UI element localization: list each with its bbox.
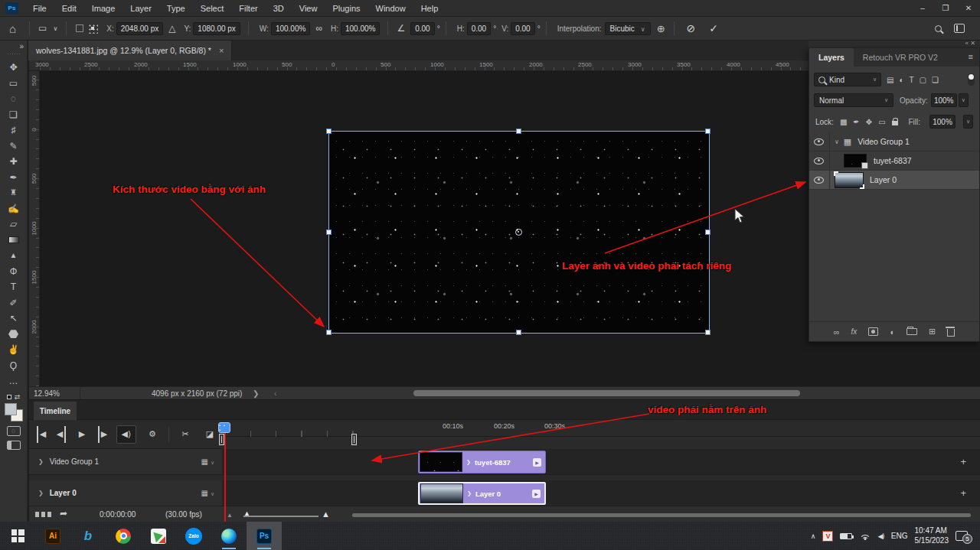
filter-type-layers-icon[interactable]: T <box>910 76 914 84</box>
timeline-zoom-slider[interactable] <box>243 516 318 517</box>
taskbar-bing[interactable]: b <box>70 522 106 550</box>
y-position-field[interactable]: 1080.00 px <box>193 22 240 35</box>
visibility-eye-icon[interactable] <box>814 138 824 145</box>
layer-effects-icon[interactable]: fx <box>851 327 858 336</box>
transform-handle-mid-left[interactable] <box>326 229 332 235</box>
render-export-icon[interactable]: ➦ <box>60 508 67 519</box>
layer-row-layer-0[interactable]: Layer 0 <box>809 171 979 190</box>
language-indicator[interactable]: ENG <box>891 532 908 540</box>
move-tool[interactable]: ✥ <box>4 60 24 76</box>
x-position-field[interactable]: 2048.00 px <box>116 22 164 35</box>
menu-layer[interactable]: Layer <box>122 0 159 17</box>
blend-mode-select[interactable]: Normal ∨ <box>814 93 893 107</box>
workspace-switcher-icon[interactable] <box>954 24 965 33</box>
home-icon[interactable]: ⌂ <box>9 22 16 35</box>
taskbar-photoshop[interactable]: Ps <box>247 522 282 550</box>
eraser-tool[interactable]: ▱ <box>4 216 24 233</box>
taskbar-media-player[interactable] <box>141 522 176 550</box>
layer-thumbnail[interactable] <box>835 172 864 188</box>
layer-name[interactable]: tuyet-6837 <box>874 156 912 165</box>
tool-preset-caret-icon[interactable]: ∨ <box>53 25 57 32</box>
taskbar-illustrator[interactable]: Ai <box>35 522 70 550</box>
opacity-value[interactable]: 100% <box>931 93 957 107</box>
history-brush-tool[interactable]: ✍ <box>4 201 24 217</box>
tray-v-app-icon[interactable]: V <box>822 531 833 542</box>
timeline-settings-gear-icon[interactable]: ⚙ <box>144 426 161 443</box>
chevron-right-icon[interactable]: ❯ <box>467 490 472 496</box>
panel-menu-icon[interactable]: ≡ <box>969 48 979 67</box>
taskbar-zalo[interactable]: Zalo <box>176 522 211 550</box>
type-tool[interactable]: T <box>4 279 24 295</box>
healing-brush-tool[interactable]: ✚ <box>4 154 24 170</box>
filter-smart-objects-icon[interactable]: ❏ <box>932 76 939 84</box>
add-layer-mask-icon[interactable] <box>868 327 878 336</box>
track-header[interactable]: ❯ Video Group 1 ▦∨ <box>29 449 222 475</box>
chevron-right-icon[interactable]: ❯ <box>38 490 44 496</box>
tray-expand-chevron-icon[interactable]: ∧ <box>811 532 816 540</box>
visibility-eye-icon[interactable] <box>814 158 824 164</box>
transform-handle-bottom-center[interactable] <box>516 330 521 335</box>
relative-position-icon[interactable]: △ <box>168 23 175 34</box>
foreground-color-swatch[interactable] <box>5 403 17 415</box>
wifi-icon[interactable] <box>859 532 871 540</box>
width-field[interactable]: 100.00% <box>271 22 310 35</box>
taskbar-edge[interactable] <box>211 522 247 550</box>
cancel-transform-button[interactable]: ⊘ <box>687 22 696 34</box>
interpolation-select[interactable]: Bicubic∨ <box>605 22 651 35</box>
toolbar-expand-icon[interactable]: » <box>19 42 24 50</box>
transform-handle-top-left[interactable] <box>326 129 332 134</box>
height-field[interactable]: 100.00% <box>341 22 380 35</box>
track-media-icon[interactable]: ▦∨ <box>201 457 214 466</box>
quick-mask-button[interactable]: ◌ <box>7 426 21 436</box>
work-area-start-handle[interactable] <box>219 434 224 445</box>
frames-view-icon[interactable] <box>35 512 52 517</box>
zoom-out-icon[interactable]: ▲ <box>227 512 233 519</box>
lock-transparency-icon[interactable]: ▩ <box>840 118 847 126</box>
chevron-right-icon[interactable]: ❯ <box>466 459 471 465</box>
reference-point-checkbox[interactable] <box>76 24 83 32</box>
gradient-tool[interactable] <box>4 233 24 249</box>
add-media-button[interactable]: + <box>960 456 966 467</box>
zoom-in-icon[interactable]: ▲ <box>322 509 330 519</box>
transition-button[interactable]: ◪ <box>201 426 218 443</box>
h-skew-field[interactable]: 0.00 <box>467 22 491 35</box>
clone-stamp-tool[interactable]: ♜ <box>4 185 24 201</box>
chevron-right-icon[interactable]: ❯ <box>38 458 44 465</box>
collapse-panels-icon[interactable]: « <box>965 40 969 47</box>
menu-edit[interactable]: Edit <box>54 0 84 17</box>
menu-image[interactable]: Image <box>84 0 123 17</box>
go-to-first-frame-button[interactable]: ◀ <box>37 426 47 443</box>
timeline-scrollbar[interactable] <box>352 513 971 517</box>
status-chevron-icon[interactable]: ❯ <box>253 389 259 398</box>
tab-close-icon[interactable]: × <box>219 46 224 55</box>
add-media-button[interactable]: + <box>960 487 966 499</box>
menu-plugins[interactable]: Plugins <box>325 0 368 17</box>
menu-help[interactable]: Help <box>413 0 446 17</box>
lasso-tool[interactable]: ◌ <box>4 91 24 107</box>
track-media-icon[interactable]: ▦∨ <box>201 489 214 497</box>
screen-mode-button[interactable] <box>7 441 21 450</box>
restore-button[interactable]: ❐ <box>934 0 957 17</box>
battery-icon[interactable] <box>840 533 852 539</box>
menu-select[interactable]: Select <box>193 0 232 17</box>
lock-position-icon[interactable]: ✥ <box>866 118 872 126</box>
zoom-level[interactable]: 12.94% <box>34 389 60 398</box>
menu-view[interactable]: View <box>292 0 325 17</box>
tab-layers[interactable]: Layers <box>809 48 854 67</box>
lock-all-icon[interactable] <box>892 121 898 125</box>
brush-tool[interactable]: ✒ <box>4 170 24 186</box>
split-clip-scissors-icon[interactable]: ✂ <box>177 426 194 443</box>
scroll-left-icon[interactable]: ‹ <box>274 389 276 398</box>
dodge-tool[interactable]: Φ <box>4 264 24 280</box>
filter-pixel-layers-icon[interactable]: ▤ <box>887 76 893 84</box>
transform-handle-top-right[interactable] <box>705 129 710 134</box>
marquee-tool[interactable]: ▭ <box>4 76 24 92</box>
reference-point-grid-icon[interactable] <box>87 23 98 34</box>
notification-center-icon[interactable]: 5 <box>956 531 968 541</box>
filter-adjustment-layers-icon[interactable]: ◐ <box>899 76 903 84</box>
transform-handle-bottom-right[interactable] <box>705 330 710 335</box>
filter-toggle-switch[interactable] <box>968 73 975 86</box>
fill-caret-icon[interactable]: ∨ <box>963 115 973 129</box>
default-swap-colors[interactable]: ⇄ <box>7 392 21 402</box>
zoom-tool[interactable]: Ϙ <box>4 358 24 374</box>
